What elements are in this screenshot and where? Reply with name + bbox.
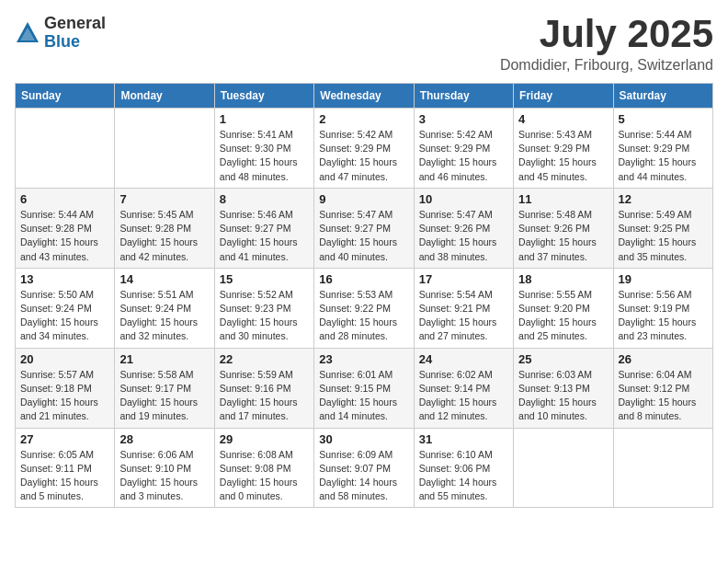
calendar-week-5: 27Sunrise: 6:05 AM Sunset: 9:11 PM Dayli…	[16, 428, 713, 508]
day-number: 21	[119, 352, 209, 366]
calendar-cell	[16, 109, 115, 189]
day-number: 22	[220, 352, 309, 366]
day-info: Sunrise: 5:53 AM Sunset: 9:22 PM Dayligh…	[319, 288, 408, 344]
logo-blue-text: Blue	[44, 33, 106, 52]
day-info: Sunrise: 6:09 AM Sunset: 9:07 PM Dayligh…	[319, 448, 408, 504]
weekday-header-monday: Monday	[115, 84, 214, 109]
day-number: 23	[319, 352, 408, 366]
calendar-cell: 11Sunrise: 5:48 AM Sunset: 9:26 PM Dayli…	[514, 188, 613, 268]
calendar-cell: 16Sunrise: 5:53 AM Sunset: 9:22 PM Dayli…	[314, 268, 414, 348]
calendar-cell: 26Sunrise: 6:04 AM Sunset: 9:12 PM Dayli…	[613, 348, 712, 428]
day-info: Sunrise: 6:04 AM Sunset: 9:12 PM Dayligh…	[619, 368, 708, 424]
calendar-header: SundayMondayTuesdayWednesdayThursdayFrid…	[16, 84, 713, 109]
logo-text: General Blue	[44, 15, 106, 52]
calendar-cell: 28Sunrise: 6:06 AM Sunset: 9:10 PM Dayli…	[115, 428, 214, 508]
day-number: 5	[619, 112, 708, 126]
day-number: 13	[20, 272, 109, 286]
day-info: Sunrise: 5:58 AM Sunset: 9:17 PM Dayligh…	[119, 368, 209, 424]
weekday-header-sunday: Sunday	[16, 84, 115, 109]
day-number: 31	[419, 432, 508, 446]
day-number: 29	[220, 432, 309, 446]
weekday-header-thursday: Thursday	[414, 84, 513, 109]
calendar-cell: 10Sunrise: 5:47 AM Sunset: 9:26 PM Dayli…	[414, 188, 513, 268]
day-info: Sunrise: 6:06 AM Sunset: 9:10 PM Dayligh…	[119, 448, 209, 504]
calendar-cell: 24Sunrise: 6:02 AM Sunset: 9:14 PM Dayli…	[414, 348, 513, 428]
month-title: July 2025	[500, 15, 713, 53]
day-number: 25	[518, 352, 608, 366]
calendar-cell: 18Sunrise: 5:55 AM Sunset: 9:20 PM Dayli…	[514, 268, 613, 348]
day-info: Sunrise: 6:10 AM Sunset: 9:06 PM Dayligh…	[419, 448, 508, 504]
calendar-cell: 2Sunrise: 5:42 AM Sunset: 9:29 PM Daylig…	[314, 109, 414, 189]
calendar-cell: 21Sunrise: 5:58 AM Sunset: 9:17 PM Dayli…	[115, 348, 214, 428]
day-info: Sunrise: 5:47 AM Sunset: 9:26 PM Dayligh…	[419, 208, 508, 264]
day-info: Sunrise: 5:47 AM Sunset: 9:27 PM Dayligh…	[319, 208, 408, 264]
calendar-cell	[514, 428, 613, 508]
day-info: Sunrise: 5:42 AM Sunset: 9:29 PM Dayligh…	[419, 128, 508, 184]
day-number: 3	[419, 112, 508, 126]
day-number: 8	[220, 192, 309, 206]
calendar-cell: 23Sunrise: 6:01 AM Sunset: 9:15 PM Dayli…	[314, 348, 414, 428]
calendar-cell	[115, 109, 214, 189]
weekday-header-friday: Friday	[514, 84, 613, 109]
day-number: 10	[419, 192, 508, 206]
calendar-cell: 1Sunrise: 5:41 AM Sunset: 9:30 PM Daylig…	[214, 109, 313, 189]
calendar-cell	[613, 428, 712, 508]
calendar-cell: 7Sunrise: 5:45 AM Sunset: 9:28 PM Daylig…	[115, 188, 214, 268]
day-number: 6	[20, 192, 109, 206]
day-info: Sunrise: 5:54 AM Sunset: 9:21 PM Dayligh…	[419, 288, 508, 344]
calendar-cell: 25Sunrise: 6:03 AM Sunset: 9:13 PM Dayli…	[514, 348, 613, 428]
calendar-table: SundayMondayTuesdayWednesdayThursdayFrid…	[15, 83, 713, 508]
day-number: 4	[518, 112, 608, 126]
calendar-cell: 30Sunrise: 6:09 AM Sunset: 9:07 PM Dayli…	[314, 428, 414, 508]
day-number: 11	[518, 192, 608, 206]
logo-general-text: General	[44, 15, 106, 33]
calendar-cell: 15Sunrise: 5:52 AM Sunset: 9:23 PM Dayli…	[214, 268, 313, 348]
calendar-cell: 29Sunrise: 6:08 AM Sunset: 9:08 PM Dayli…	[214, 428, 313, 508]
calendar-cell: 4Sunrise: 5:43 AM Sunset: 9:29 PM Daylig…	[514, 109, 613, 189]
day-number: 28	[119, 432, 209, 446]
day-info: Sunrise: 5:49 AM Sunset: 9:25 PM Dayligh…	[619, 208, 708, 264]
day-number: 2	[319, 112, 408, 126]
calendar-cell: 13Sunrise: 5:50 AM Sunset: 9:24 PM Dayli…	[16, 268, 115, 348]
header: General Blue July 2025 Domdidier, Fribou…	[15, 15, 713, 74]
logo-icon	[15, 20, 40, 46]
calendar-cell: 22Sunrise: 5:59 AM Sunset: 9:16 PM Dayli…	[214, 348, 313, 428]
day-info: Sunrise: 6:03 AM Sunset: 9:13 PM Dayligh…	[518, 368, 608, 424]
day-number: 14	[119, 272, 209, 286]
day-info: Sunrise: 5:44 AM Sunset: 9:29 PM Dayligh…	[619, 128, 708, 184]
calendar-cell: 6Sunrise: 5:44 AM Sunset: 9:28 PM Daylig…	[16, 188, 115, 268]
calendar-week-1: 1Sunrise: 5:41 AM Sunset: 9:30 PM Daylig…	[16, 109, 713, 189]
calendar-cell: 14Sunrise: 5:51 AM Sunset: 9:24 PM Dayli…	[115, 268, 214, 348]
day-number: 9	[319, 192, 408, 206]
day-info: Sunrise: 5:59 AM Sunset: 9:16 PM Dayligh…	[220, 368, 309, 424]
day-info: Sunrise: 5:52 AM Sunset: 9:23 PM Dayligh…	[220, 288, 309, 344]
calendar-week-4: 20Sunrise: 5:57 AM Sunset: 9:18 PM Dayli…	[16, 348, 713, 428]
day-number: 12	[619, 192, 708, 206]
day-info: Sunrise: 6:01 AM Sunset: 9:15 PM Dayligh…	[319, 368, 408, 424]
calendar-cell: 20Sunrise: 5:57 AM Sunset: 9:18 PM Dayli…	[16, 348, 115, 428]
day-number: 24	[419, 352, 508, 366]
day-number: 15	[220, 272, 309, 286]
weekday-header-saturday: Saturday	[613, 84, 712, 109]
weekday-header-tuesday: Tuesday	[214, 84, 313, 109]
day-number: 20	[20, 352, 109, 366]
title-area: July 2025 Domdidier, Fribourg, Switzerla…	[500, 15, 713, 74]
day-info: Sunrise: 5:43 AM Sunset: 9:29 PM Dayligh…	[518, 128, 608, 184]
day-info: Sunrise: 5:48 AM Sunset: 9:26 PM Dayligh…	[518, 208, 608, 264]
day-info: Sunrise: 5:45 AM Sunset: 9:28 PM Dayligh…	[119, 208, 209, 264]
day-info: Sunrise: 5:51 AM Sunset: 9:24 PM Dayligh…	[119, 288, 209, 344]
day-info: Sunrise: 5:44 AM Sunset: 9:28 PM Dayligh…	[20, 208, 109, 264]
calendar-cell: 31Sunrise: 6:10 AM Sunset: 9:06 PM Dayli…	[414, 428, 513, 508]
day-number: 18	[518, 272, 608, 286]
location-subtitle: Domdidier, Fribourg, Switzerland	[500, 57, 713, 74]
calendar-cell: 27Sunrise: 6:05 AM Sunset: 9:11 PM Dayli…	[16, 428, 115, 508]
calendar-cell: 19Sunrise: 5:56 AM Sunset: 9:19 PM Dayli…	[613, 268, 712, 348]
day-number: 1	[220, 112, 309, 126]
day-info: Sunrise: 5:46 AM Sunset: 9:27 PM Dayligh…	[220, 208, 309, 264]
calendar-cell: 3Sunrise: 5:42 AM Sunset: 9:29 PM Daylig…	[414, 109, 513, 189]
day-info: Sunrise: 5:42 AM Sunset: 9:29 PM Dayligh…	[319, 128, 408, 184]
calendar-cell: 8Sunrise: 5:46 AM Sunset: 9:27 PM Daylig…	[214, 188, 313, 268]
day-number: 26	[619, 352, 708, 366]
day-number: 27	[20, 432, 109, 446]
day-info: Sunrise: 6:05 AM Sunset: 9:11 PM Dayligh…	[20, 448, 109, 504]
